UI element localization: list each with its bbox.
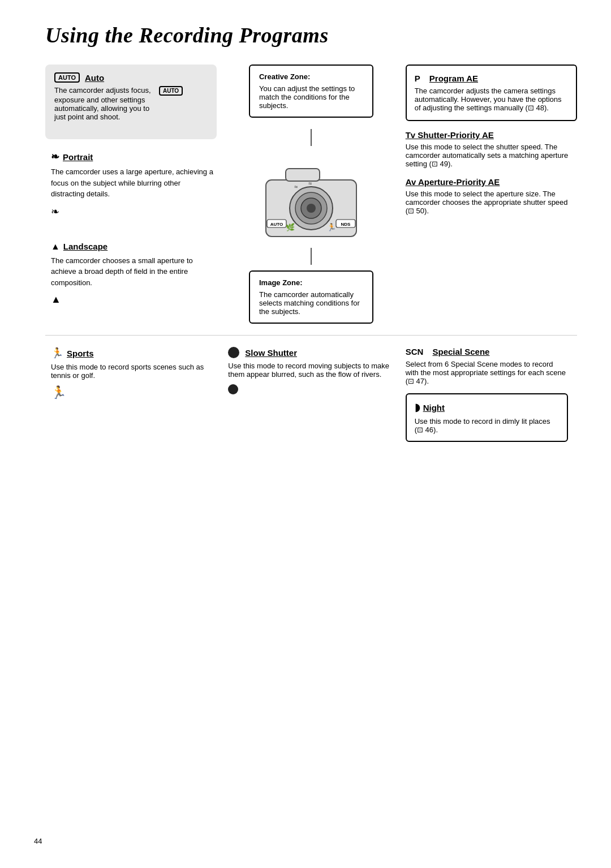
scn-section: SCN Special Scene Select from 6 Special … <box>406 347 568 385</box>
auto-badge: AUTO <box>54 72 80 83</box>
camera-diagram: AUTO NDS ≈ ≈ 🌿 🏃 <box>255 146 368 248</box>
connector-line-top <box>311 129 312 146</box>
sports-description: Use this mode to record sports scenes su… <box>51 363 213 380</box>
sports-label: Sports <box>67 349 94 358</box>
creative-zone-title: Creative Zone: <box>259 72 363 81</box>
auto-heading: AUTO Auto <box>54 72 208 83</box>
portrait-icon-block: ❧ <box>51 205 213 218</box>
slow-shutter-label: Slow Shutter <box>245 348 297 358</box>
page-title: Using the Recording Programs <box>45 23 577 48</box>
program-ae-description: The camcorder adjusts the camera setting… <box>415 87 568 112</box>
svg-text:NDS: NDS <box>341 222 351 227</box>
svg-text:AUTO: AUTO <box>270 222 283 227</box>
sports-section: 🏃 Sports Use this mode to record sports … <box>45 341 222 448</box>
connector-line-bottom <box>311 248 312 265</box>
auto-section: AUTO Auto The camcorder adjusts focus, A… <box>45 65 217 139</box>
auto-description: The camcorder adjusts focus, AUTOexposur… <box>54 86 208 121</box>
night-heading: ◗ Night <box>415 401 559 414</box>
auto-label: Auto <box>85 73 104 83</box>
svg-text:≈: ≈ <box>294 183 298 190</box>
svg-text:🌿: 🌿 <box>286 222 295 232</box>
landscape-icon: ▲ <box>51 242 60 252</box>
scn-description: Select from 6 Special Scene modes to rec… <box>406 360 568 385</box>
portrait-description: The camcorder uses a large aperture, ach… <box>51 166 213 200</box>
sports-icon: 🏃 <box>51 347 63 359</box>
center-column: Creative Zone: You can adjust the settin… <box>222 65 399 324</box>
tv-shutter-label: Tv Shutter-Priority AE <box>406 130 494 140</box>
av-aperture-heading: Av Aperture-Priority AE <box>406 177 577 187</box>
portrait-icon: ❧ <box>51 151 59 163</box>
av-aperture-label: Av Aperture-Priority AE <box>406 177 500 187</box>
creative-zone-description: You can adjust the settings to match the… <box>259 84 363 110</box>
tv-shutter-section: Tv Shutter-Priority AE Use this mode to … <box>406 130 577 168</box>
svg-text:≈: ≈ <box>308 180 312 187</box>
creative-zone-box: Creative Zone: You can adjust the settin… <box>249 65 373 118</box>
svg-text:🏃: 🏃 <box>327 222 337 232</box>
program-ae-heading: P Program AE <box>415 74 568 83</box>
image-zone-title: Image Zone: <box>259 278 363 287</box>
sports-icon-block: 🏃 <box>51 385 213 400</box>
landscape-description: The camcorder chooses a small aperture t… <box>51 255 213 289</box>
av-aperture-section: Av Aperture-Priority AE Use this mode to… <box>406 177 577 215</box>
slow-shutter-heading: Slow Shutter <box>228 347 390 358</box>
image-zone-box: Image Zone: The camcorder automatically … <box>249 270 373 324</box>
slow-shutter-icon <box>228 347 239 358</box>
sports-heading: 🏃 Sports <box>51 347 213 359</box>
landscape-section: ▲ Landscape The camcorder chooses a smal… <box>45 236 222 324</box>
slow-shutter-description: Use this mode to record moving subjects … <box>228 362 390 379</box>
scn-badge: SCN <box>406 347 424 356</box>
tv-shutter-description: Use this mode to select the shutter spee… <box>406 143 577 168</box>
landscape-label: Landscape <box>63 242 107 251</box>
night-description: Use this mode to record in dimly lit pla… <box>415 417 559 434</box>
program-ae-section: P Program AE The camcorder adjusts the c… <box>406 65 577 121</box>
scn-label: Special Scene <box>433 347 490 356</box>
landscape-icon-block: ▲ <box>51 294 213 306</box>
program-ae-label: Program AE <box>429 74 478 83</box>
scn-night-section: SCN Special Scene Select from 6 Special … <box>400 341 577 448</box>
portrait-heading: ❧ Portrait <box>51 151 213 163</box>
slow-shutter-icon-block <box>228 384 238 394</box>
svg-point-4 <box>307 204 316 213</box>
svg-rect-5 <box>286 169 320 181</box>
slow-shutter-section: Slow Shutter Use this mode to record mov… <box>222 341 399 448</box>
av-aperture-description: Use this mode to select the aperture siz… <box>406 190 577 215</box>
night-icon: ◗ <box>415 401 420 414</box>
landscape-heading: ▲ Landscape <box>51 242 213 252</box>
portrait-label: Portrait <box>63 152 93 162</box>
bottom-row: 🏃 Sports Use this mode to record sports … <box>45 335 577 448</box>
page-number: 44 <box>34 837 42 845</box>
scn-heading: SCN Special Scene <box>406 347 568 356</box>
night-label: Night <box>423 403 445 412</box>
portrait-section: ❧ Portrait The camcorder uses a large ap… <box>45 145 222 235</box>
auto-inline-badge: AUTO <box>159 86 183 96</box>
tv-shutter-heading: Tv Shutter-Priority AE <box>406 130 577 140</box>
right-column: P Program AE The camcorder adjusts the c… <box>400 65 577 324</box>
image-zone-description: The camcorder automatically selects matc… <box>259 290 363 316</box>
night-section: ◗ Night Use this mode to record in dimly… <box>406 393 568 442</box>
